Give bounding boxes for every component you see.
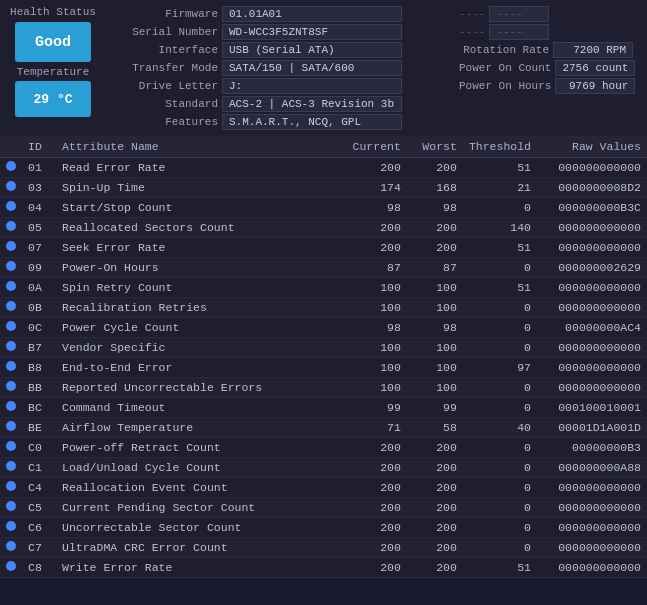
row-current: 200 bbox=[343, 218, 407, 238]
smart-table: ID Attribute Name Current Worst Threshol… bbox=[0, 136, 647, 578]
row-dot bbox=[0, 158, 22, 178]
row-worst: 200 bbox=[407, 478, 463, 498]
row-raw: 00000000AC4 bbox=[537, 318, 647, 338]
row-name: Command Timeout bbox=[56, 398, 343, 418]
power-on-count-value: 2756 count bbox=[555, 60, 635, 76]
row-name: Uncorrectable Sector Count bbox=[56, 518, 343, 538]
row-raw: 000000000000 bbox=[537, 478, 647, 498]
row-name: Airflow Temperature bbox=[56, 418, 343, 438]
row-raw: 000000000000 bbox=[537, 218, 647, 238]
row-threshold: 0 bbox=[463, 298, 537, 318]
row-name: Power Cycle Count bbox=[56, 318, 343, 338]
row-current: 100 bbox=[343, 358, 407, 378]
row-threshold: 51 bbox=[463, 238, 537, 258]
status-dot bbox=[6, 381, 16, 391]
row-name: Write Error Rate bbox=[56, 558, 343, 578]
row-worst: 100 bbox=[407, 378, 463, 398]
row-id: 03 bbox=[22, 178, 56, 198]
row-name: Spin Retry Count bbox=[56, 278, 343, 298]
row-raw: 000100010001 bbox=[537, 398, 647, 418]
row-id: BB bbox=[22, 378, 56, 398]
row-name: Seek Error Rate bbox=[56, 238, 343, 258]
row-current: 98 bbox=[343, 198, 407, 218]
col-dot bbox=[0, 136, 22, 158]
status-dot bbox=[6, 181, 16, 191]
table-row: 0B Recalibration Retries 100 100 0 00000… bbox=[0, 298, 647, 318]
row-name: Start/Stop Count bbox=[56, 198, 343, 218]
row-dot bbox=[0, 338, 22, 358]
row-name: Reallocated Sectors Count bbox=[56, 218, 343, 238]
status-dot bbox=[6, 561, 16, 571]
row-name: Current Pending Sector Count bbox=[56, 498, 343, 518]
interface-row: Interface USB (Serial ATA) bbox=[108, 42, 449, 58]
col-worst: Worst bbox=[407, 136, 463, 158]
row-worst: 99 bbox=[407, 398, 463, 418]
row-worst: 58 bbox=[407, 418, 463, 438]
drive-letter-label: Drive Letter bbox=[108, 80, 218, 92]
rotation-value: 7200 RPM bbox=[553, 42, 633, 58]
row-threshold: 0 bbox=[463, 258, 537, 278]
row-dot bbox=[0, 278, 22, 298]
row-threshold: 0 bbox=[463, 198, 537, 218]
status-dot bbox=[6, 521, 16, 531]
row-raw: 000000000000 bbox=[537, 298, 647, 318]
status-dot bbox=[6, 461, 16, 471]
row-id: 07 bbox=[22, 238, 56, 258]
row-worst: 87 bbox=[407, 258, 463, 278]
row-threshold: 40 bbox=[463, 418, 537, 438]
col-name: Attribute Name bbox=[56, 136, 343, 158]
standard-row: Standard ACS-2 | ACS-3 Revision 3b bbox=[108, 96, 449, 112]
smart-table-container: ID Attribute Name Current Worst Threshol… bbox=[0, 136, 647, 578]
top-section: Health Status Good Temperature 29 °C Fir… bbox=[0, 0, 647, 136]
power-on-hours-row: Power On Hours 9769 hour bbox=[459, 78, 639, 94]
row-threshold: 0 bbox=[463, 338, 537, 358]
status-dot bbox=[6, 201, 16, 211]
row-worst: 200 bbox=[407, 458, 463, 478]
temp-label: Temperature bbox=[17, 66, 90, 78]
table-row: B8 End-to-End Error 100 100 97 000000000… bbox=[0, 358, 647, 378]
row-id: BC bbox=[22, 398, 56, 418]
row-raw: 000000000000 bbox=[537, 238, 647, 258]
transfer-label: Transfer Mode bbox=[108, 62, 218, 74]
status-dot bbox=[6, 241, 16, 251]
rotation-row2: ---- ---- bbox=[459, 24, 639, 40]
table-row: 07 Seek Error Rate 200 200 51 0000000000… bbox=[0, 238, 647, 258]
table-row: BE Airflow Temperature 71 58 40 00001D1A… bbox=[0, 418, 647, 438]
info-block: Firmware 01.01A01 Serial Number WD-WCC3F… bbox=[108, 6, 449, 130]
row-id: C6 bbox=[22, 518, 56, 538]
status-dot bbox=[6, 301, 16, 311]
rotation-row: ---- ---- bbox=[459, 6, 639, 22]
row-current: 200 bbox=[343, 458, 407, 478]
health-block: Health Status Good Temperature 29 °C bbox=[8, 6, 98, 130]
row-current: 200 bbox=[343, 498, 407, 518]
table-row: 03 Spin-Up Time 174 168 21 0000000008D2 bbox=[0, 178, 647, 198]
row-raw: 000000000000 bbox=[537, 338, 647, 358]
interface-label: Interface bbox=[108, 44, 218, 56]
row-dot bbox=[0, 558, 22, 578]
row-worst: 200 bbox=[407, 558, 463, 578]
row-raw: 0000000008D2 bbox=[537, 178, 647, 198]
row-threshold: 0 bbox=[463, 398, 537, 418]
standard-value: ACS-2 | ACS-3 Revision 3b bbox=[222, 96, 402, 112]
status-dot bbox=[6, 441, 16, 451]
features-row: Features S.M.A.R.T., NCQ, GPL bbox=[108, 114, 449, 130]
row-threshold: 0 bbox=[463, 438, 537, 458]
drive-letter-row: Drive Letter J: bbox=[108, 78, 449, 94]
row-worst: 100 bbox=[407, 298, 463, 318]
table-row: C6 Uncorrectable Sector Count 200 200 0 … bbox=[0, 518, 647, 538]
features-value: S.M.A.R.T., NCQ, GPL bbox=[222, 114, 402, 130]
row-name: Read Error Rate bbox=[56, 158, 343, 178]
col-threshold: Threshold bbox=[463, 136, 537, 158]
standard-label: Standard bbox=[108, 98, 218, 110]
row-id: C1 bbox=[22, 458, 56, 478]
power-on-count-label: Power On Count bbox=[459, 62, 551, 74]
status-dot bbox=[6, 261, 16, 271]
serial-row: Serial Number WD-WCC3F5ZNT8SF bbox=[108, 24, 449, 40]
row-name: UltraDMA CRC Error Count bbox=[56, 538, 343, 558]
row-dot bbox=[0, 458, 22, 478]
table-row: C7 UltraDMA CRC Error Count 200 200 0 00… bbox=[0, 538, 647, 558]
row-name: End-to-End Error bbox=[56, 358, 343, 378]
row-name: Spin-Up Time bbox=[56, 178, 343, 198]
table-row: 0C Power Cycle Count 98 98 0 00000000AC4 bbox=[0, 318, 647, 338]
status-dot bbox=[6, 421, 16, 431]
